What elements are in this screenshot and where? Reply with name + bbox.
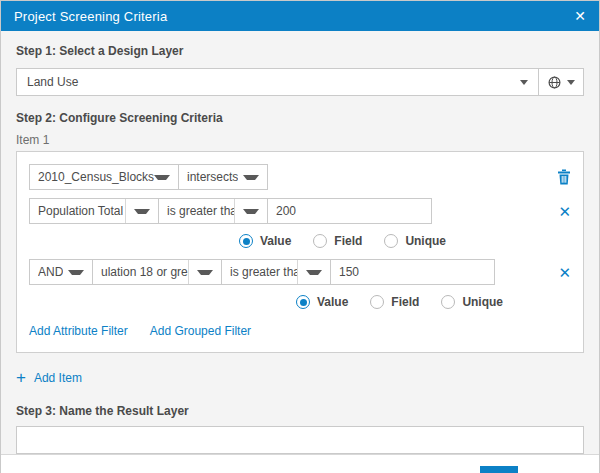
radio-unselected-icon	[384, 234, 398, 248]
filter1-mode-unique[interactable]: Unique	[384, 234, 446, 248]
trash-icon	[557, 169, 571, 185]
filter2-operator-value: is greater than	[230, 265, 297, 279]
filter1-mode-value[interactable]: Value	[239, 234, 291, 248]
radio-label-field: Field	[334, 234, 362, 248]
globe-icon	[548, 76, 561, 89]
filter1-mode-options: Value Field Unique	[239, 231, 571, 251]
close-x-icon: ✕	[558, 265, 571, 280]
radio-label-value: Value	[317, 295, 348, 309]
filter2-mode-options: Value Field Unique	[296, 292, 571, 312]
chevron-down-icon	[243, 209, 259, 214]
select-divider	[234, 199, 235, 223]
design-layer-value: Land Use	[27, 75, 78, 89]
filter1-field-value: Population Total	[38, 204, 123, 218]
criteria-layer-select[interactable]: 2010_Census_Blocks	[29, 164, 179, 190]
filter2-value-input[interactable]	[330, 259, 495, 285]
chevron-down-icon	[243, 175, 259, 180]
radio-selected-icon	[239, 234, 253, 248]
screening-item-1: 2010_Census_Blocks intersects	[16, 151, 584, 353]
filter1-field-select[interactable]: Population Total	[29, 198, 159, 224]
dialog-footer: OK CANCEL	[1, 454, 599, 473]
select-divider	[188, 260, 189, 284]
add-grouped-filter-link[interactable]: Add Grouped Filter	[150, 324, 251, 338]
filter2-conjunction-value: AND	[38, 265, 63, 279]
chevron-down-icon	[154, 175, 170, 180]
chevron-down-icon	[520, 80, 528, 85]
remove-filter2-button[interactable]: ✕	[558, 265, 571, 280]
filter2-mode-value[interactable]: Value	[296, 295, 348, 309]
filter2-conjunction-select[interactable]: AND	[29, 259, 93, 285]
dialog-body: Step 1: Select a Design Layer Land Use S	[1, 31, 599, 454]
filter2-operator-select[interactable]: is greater than	[221, 259, 331, 285]
add-item-button[interactable]: + Add Item	[16, 369, 584, 386]
browse-layers-button[interactable]	[539, 69, 583, 95]
filter2-field-value: ulation 18 or greater	[101, 265, 188, 279]
radio-label-unique: Unique	[462, 295, 503, 309]
radio-unselected-icon	[441, 295, 455, 309]
filter2-mode-unique[interactable]: Unique	[441, 295, 503, 309]
spatial-operator-select[interactable]: intersects	[178, 164, 268, 190]
attribute-filter-row-2: AND ulation 18 or greater is greater tha…	[29, 259, 571, 285]
filter1-value-input[interactable]	[267, 198, 432, 224]
chevron-down-icon	[134, 209, 150, 214]
result-layer-name-input[interactable]	[16, 426, 584, 454]
dialog-header: Project Screening Criteria ✕	[1, 1, 599, 31]
step1-label: Step 1: Select a Design Layer	[16, 44, 584, 58]
dialog-title: Project Screening Criteria	[14, 9, 167, 24]
ok-button[interactable]: OK	[480, 466, 517, 473]
radio-label-field: Field	[391, 295, 419, 309]
item1-label: Item 1	[16, 133, 584, 147]
spatial-operator-value: intersects	[187, 170, 238, 184]
chevron-down-icon	[68, 270, 84, 275]
radio-selected-icon	[296, 295, 310, 309]
step3-label: Step 3: Name the Result Layer	[16, 404, 584, 418]
add-item-label: Add Item	[34, 371, 82, 385]
criteria-layer-value: 2010_Census_Blocks	[38, 170, 154, 184]
close-icon[interactable]: ✕	[574, 9, 586, 23]
radio-label-unique: Unique	[405, 234, 446, 248]
chevron-down-icon	[306, 270, 322, 275]
close-x-icon: ✕	[558, 204, 571, 219]
radio-unselected-icon	[370, 295, 384, 309]
radio-unselected-icon	[313, 234, 327, 248]
chevron-down-icon	[197, 270, 213, 275]
design-layer-select[interactable]: Land Use	[17, 69, 538, 95]
remove-filter1-button[interactable]: ✕	[558, 204, 571, 219]
chevron-down-icon	[567, 80, 575, 85]
radio-label-value: Value	[260, 234, 291, 248]
filter2-mode-field[interactable]: Field	[370, 295, 419, 309]
plus-icon: +	[16, 369, 26, 386]
filter1-mode-field[interactable]: Field	[313, 234, 362, 248]
filter1-operator-value: is greater than	[167, 204, 234, 218]
step2-label: Step 2: Configure Screening Criteria	[16, 111, 584, 125]
spatial-criteria-row: 2010_Census_Blocks intersects	[29, 164, 571, 190]
design-layer-select-group: Land Use	[16, 68, 584, 96]
filter1-operator-select[interactable]: is greater than	[158, 198, 268, 224]
attribute-filter-row-1: Population Total is greater than ✕	[29, 198, 571, 224]
delete-item-button[interactable]	[557, 169, 571, 185]
select-divider	[297, 260, 298, 284]
project-screening-criteria-dialog: Project Screening Criteria ✕ Step 1: Sel…	[0, 0, 600, 473]
item-links-row: Add Attribute Filter Add Grouped Filter	[29, 324, 571, 338]
select-divider	[125, 199, 126, 223]
add-attribute-filter-link[interactable]: Add Attribute Filter	[29, 324, 128, 338]
filter2-field-select[interactable]: ulation 18 or greater	[92, 259, 222, 285]
